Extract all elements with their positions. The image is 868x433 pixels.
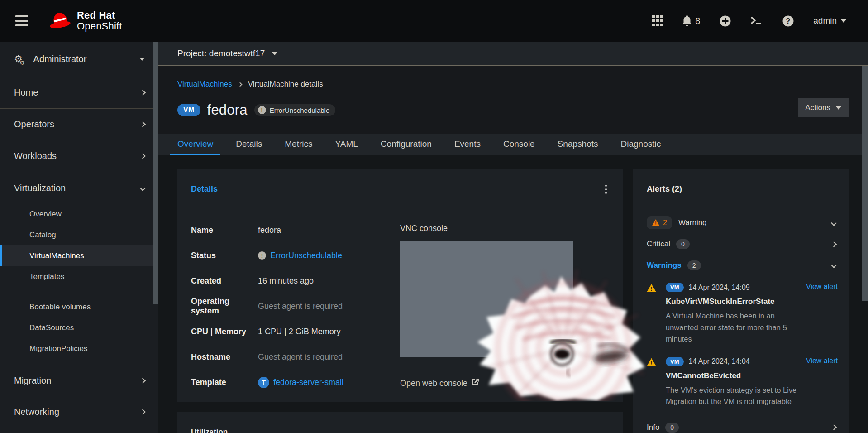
brand-text: Red Hat OpenShift: [77, 10, 122, 32]
caret-down-icon: [841, 19, 846, 23]
vm-kind-badge: VM: [666, 357, 684, 366]
alerts-warnings-row[interactable]: Warnings 2: [633, 255, 849, 275]
view-alert-link[interactable]: View alert: [806, 357, 838, 408]
utilization-card-header: Utilization: [177, 412, 623, 433]
alerts-warning-summary-row[interactable]: 2 Warning: [633, 212, 849, 234]
vm-kind-badge: VM: [666, 283, 684, 292]
caret-down-icon: [836, 106, 841, 110]
sidebar-scrollbar[interactable]: [153, 42, 158, 304]
vm-kind-badge: VM: [177, 104, 200, 116]
perspective-switcher[interactable]: ⚙⚙ Administrator: [0, 42, 158, 77]
warning-triangle-icon: [647, 284, 656, 292]
exclamation-circle-icon: [258, 251, 266, 260]
info-count-badge: 0: [665, 423, 679, 433]
alerts-card-title: Alerts (2): [647, 184, 682, 194]
tab-snapshots[interactable]: Snapshots: [550, 134, 606, 155]
alerts-card-header: Alerts (2): [633, 169, 849, 209]
masthead: Red Hat OpenShift 8: [0, 0, 868, 42]
details-card-header: Details: [177, 169, 623, 209]
detail-row-status: Status ErrorUnschedulable: [191, 243, 395, 268]
tab-overview[interactable]: Overview: [170, 134, 220, 155]
template-icon: T: [258, 377, 269, 388]
warning-count-pill: 2: [647, 216, 672, 229]
actions-button[interactable]: Actions: [798, 98, 849, 117]
notifications-bell[interactable]: 8: [682, 15, 700, 27]
caret-down-icon: [272, 52, 277, 55]
sidebar-item-workloads[interactable]: Workloads: [0, 140, 158, 172]
add-plus-circle-icon[interactable]: [719, 15, 731, 27]
chevron-right-icon: [140, 409, 146, 415]
sidebar-item-operators[interactable]: Operators: [0, 109, 158, 140]
tab-console[interactable]: Console: [496, 134, 542, 155]
sidebar-item-templates[interactable]: Templates: [0, 266, 158, 287]
detail-row-template: Template T fedora-server-small: [191, 370, 395, 395]
status-badge[interactable]: ErrorUnschedulable: [254, 104, 336, 116]
sidebar-item-catalog[interactable]: Catalog: [0, 225, 158, 245]
terminal-icon[interactable]: [750, 16, 763, 26]
gears-icon: ⚙⚙: [14, 53, 28, 64]
brand-line2: OpenShift: [77, 21, 122, 32]
redhat-openshift-logo[interactable]: Red Hat OpenShift: [50, 10, 122, 32]
tab-diagnostic[interactable]: Diagnostic: [613, 134, 668, 155]
sidebar-item-virtualmachines[interactable]: VirtualMachines: [0, 245, 158, 266]
view-alert-link[interactable]: View alert: [806, 283, 838, 345]
details-list: Name fedora Status ErrorUnschedulable Cr…: [191, 217, 395, 395]
sidebar-item-home[interactable]: Home: [0, 77, 158, 109]
sidebar-item-virt-overview[interactable]: Overview: [0, 204, 158, 225]
page-header: VirtualMachines VirtualMachine details V…: [158, 66, 868, 134]
brand-line1: Red Hat: [77, 10, 122, 21]
warning-triangle-icon: [652, 219, 660, 226]
detail-row-cpu-memory: CPU | Memory 1 CPU | 2 GiB Memory: [191, 319, 395, 344]
kebab-menu-icon[interactable]: [602, 183, 610, 196]
chevron-right-icon: [140, 121, 146, 127]
caret-down-icon: [139, 58, 145, 61]
chevron-down-icon: [831, 220, 837, 226]
chevron-down-icon: [831, 262, 837, 268]
apps-grid-icon[interactable]: [652, 15, 663, 26]
tab-yaml[interactable]: YAML: [328, 134, 365, 155]
tab-events[interactable]: Events: [447, 134, 488, 155]
masthead-toolbar: 8 ? admin: [652, 15, 846, 27]
chevron-down-icon: [140, 185, 146, 191]
notification-count: 8: [695, 16, 700, 26]
tab-metrics[interactable]: Metrics: [277, 134, 320, 155]
sidebar-item-bootable-volumes[interactable]: Bootable volumes: [0, 297, 158, 318]
alert-description: The VM's eviction strategy is set to Liv…: [666, 385, 802, 408]
alert-body: VM 14 Apr 2024, 14:09 KubeVirtVMStuckInE…: [666, 283, 802, 345]
detail-row-created: Created 16 minutes ago: [191, 268, 395, 293]
tab-details[interactable]: Details: [229, 134, 269, 155]
open-web-console-link[interactable]: Open web console: [400, 378, 479, 388]
chevron-right-icon: [140, 378, 146, 384]
breadcrumb-link-virtualmachines[interactable]: VirtualMachines: [177, 80, 232, 89]
sidebar-item-datasources[interactable]: DataSources: [0, 318, 158, 338]
sidebar-item-migrationpolicies[interactable]: MigrationPolicies: [0, 338, 158, 359]
help-icon[interactable]: ?: [782, 15, 794, 27]
alerts-card: Alerts (2) 2 Warning Critical 0 Warnings…: [633, 169, 849, 433]
alerts-info-row[interactable]: Info 0: [633, 416, 849, 433]
sidebar-item-virtualization[interactable]: Virtualization: [0, 172, 158, 204]
hamburger-menu-icon[interactable]: [15, 15, 28, 26]
detail-row-name: Name fedora: [191, 217, 395, 243]
alert-timestamp: 14 Apr 2024, 14:04: [689, 357, 750, 366]
page-scrollbar[interactable]: [862, 66, 868, 301]
alerts-critical-row[interactable]: Critical 0: [633, 234, 849, 255]
alert-item-vm-cannot-be-evicted: VM 14 Apr 2024, 14:04 VMCannotBeEvicted …: [633, 350, 849, 412]
utilization-card-title: Utilization: [191, 428, 228, 433]
sidebar-item-networking[interactable]: Networking: [0, 396, 158, 428]
tab-bar: Overview Details Metrics YAML Configurat…: [158, 134, 868, 155]
utilization-card: Utilization: [177, 412, 623, 433]
details-card: Details Name fedora Status ErrorUnschedu…: [177, 169, 623, 402]
chevron-right-icon: [831, 241, 837, 247]
sidebar-divider: [28, 292, 158, 292]
critical-count-badge: 0: [676, 239, 690, 249]
tab-configuration[interactable]: Configuration: [373, 134, 439, 155]
status-link[interactable]: ErrorUnschedulable: [270, 251, 342, 260]
user-menu[interactable]: admin: [813, 16, 846, 26]
sidebar-item-migration[interactable]: Migration: [0, 365, 158, 396]
details-card-title: Details: [191, 184, 218, 194]
project-selector[interactable]: Project: demotestwtf17: [158, 42, 868, 66]
status-label: ErrorUnschedulable: [270, 106, 330, 114]
overview-content: Details Name fedora Status ErrorUnschedu…: [158, 155, 868, 433]
alert-timestamp: 14 Apr 2024, 14:09: [689, 284, 750, 292]
template-link[interactable]: fedora-server-small: [273, 378, 343, 387]
